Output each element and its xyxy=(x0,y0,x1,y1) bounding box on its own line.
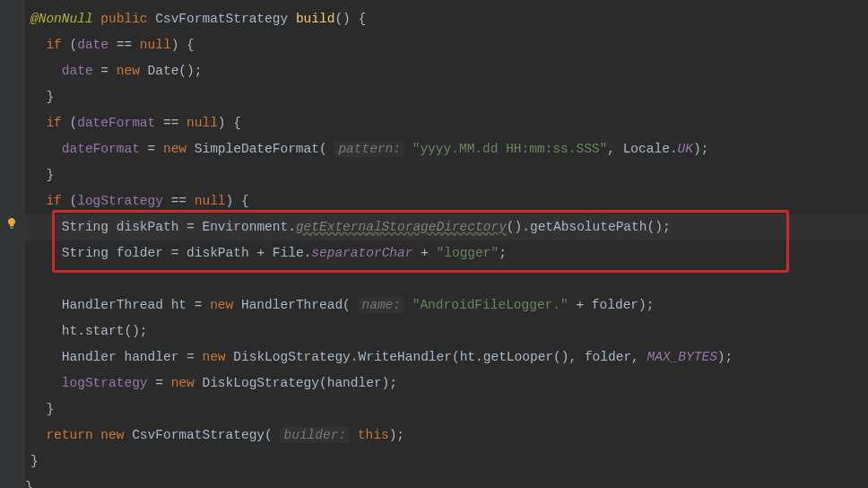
method-token: getAbsolutePath xyxy=(530,220,647,234)
paren-token: ) xyxy=(226,194,234,208)
paren-token: ) xyxy=(218,116,226,130)
brace-token: } xyxy=(46,402,54,416)
semicolon-token: ; xyxy=(396,428,404,442)
paren-token: () xyxy=(124,324,139,338)
var-token: folder xyxy=(117,246,163,260)
paren-token: ) xyxy=(717,350,725,364)
type-token: Environment xyxy=(202,220,288,234)
field-token: dateFormat xyxy=(62,142,140,156)
paren-token: ( xyxy=(70,194,78,208)
dot-token: . xyxy=(304,246,312,260)
semicolon-token: ; xyxy=(499,246,507,260)
code-line: String diskPath = Environment.getExterna… xyxy=(25,214,868,240)
keyword-token: return xyxy=(46,428,92,442)
brace-token: } xyxy=(46,168,54,182)
brace-token: { xyxy=(241,194,249,208)
paren-token: ) xyxy=(693,142,701,156)
paren-token: () xyxy=(178,64,194,78)
svg-rect-1 xyxy=(11,228,13,229)
keyword-token: if xyxy=(46,116,61,130)
code-line: ht.start(); xyxy=(25,318,868,344)
param-hint: builder: xyxy=(280,427,350,443)
paren-token: ( xyxy=(70,116,78,130)
operator-token: = xyxy=(163,246,187,260)
operator-token: = xyxy=(178,220,202,234)
type-token: String xyxy=(62,220,108,234)
type-token: HandlerThread xyxy=(62,298,163,312)
dot-token: . xyxy=(77,324,85,338)
operator-token: == xyxy=(108,38,140,52)
code-line: date = new Date(); xyxy=(25,58,868,84)
paren-token: ) xyxy=(171,38,179,52)
comma-token: , xyxy=(631,350,639,364)
code-line: HandlerThread ht = new HandlerThread( na… xyxy=(25,292,868,318)
operator-token: + xyxy=(412,246,436,260)
field-token: date xyxy=(77,38,108,52)
keyword-token: new xyxy=(100,428,124,442)
semicolon-token: ; xyxy=(389,376,397,390)
var-token: diskPath xyxy=(187,246,249,260)
constant-token: UK xyxy=(678,142,693,156)
dot-token: . xyxy=(351,350,359,364)
paren-token: ( xyxy=(343,298,351,312)
semicolon-token: ; xyxy=(701,142,709,156)
paren-token: ( xyxy=(265,428,273,442)
brace-token: } xyxy=(46,90,54,104)
field-token: date xyxy=(62,64,93,78)
keyword-token: new xyxy=(163,142,187,156)
operator-token: + xyxy=(569,298,592,312)
operator-token: = xyxy=(148,376,171,390)
brace-token: { xyxy=(359,12,367,26)
code-line: logStrategy = new DiskLogStrategy(handle… xyxy=(25,370,868,396)
code-line: } xyxy=(25,449,868,475)
keyword-token: this xyxy=(358,428,389,442)
keyword-token: public xyxy=(100,12,147,26)
code-line: String folder = diskPath + File.separato… xyxy=(25,240,868,266)
code-line: dateFormat = new SimpleDateFormat( patte… xyxy=(25,136,868,162)
type-token: CsvFormatStrategy xyxy=(132,428,265,442)
type-token: CsvFormatStrategy xyxy=(155,12,288,26)
semicolon-token: ; xyxy=(195,64,203,78)
dot-token: . xyxy=(288,220,296,234)
keyword-token: new xyxy=(171,376,195,390)
code-line-empty xyxy=(25,266,868,292)
keyword-token: if xyxy=(46,194,61,208)
keyword-token: new xyxy=(117,64,140,78)
semicolon-token: ; xyxy=(647,298,655,312)
type-token: Locale xyxy=(623,142,670,156)
paren-token: () xyxy=(553,350,569,364)
code-line: return new CsvFormatStrategy( builder: t… xyxy=(25,423,868,449)
code-editor[interactable]: @NonNull public CsvFormatStrategy build(… xyxy=(25,0,868,488)
brace-token: { xyxy=(233,116,241,130)
code-line: } xyxy=(25,162,868,188)
type-token: HandlerThread xyxy=(241,298,343,312)
brace-token: { xyxy=(187,38,195,52)
type-token: DiskLogStrategy xyxy=(202,376,319,390)
paren-token: ( xyxy=(319,142,327,156)
paren-token: ( xyxy=(452,350,460,364)
field-token: logStrategy xyxy=(62,376,148,390)
type-token: Date xyxy=(148,64,179,78)
type-token: SimpleDateFormat xyxy=(195,142,319,156)
paren-token: ( xyxy=(70,38,78,52)
constant-token: MAX_BYTES xyxy=(647,350,717,364)
var-token: handler xyxy=(327,376,382,390)
paren-token: () xyxy=(334,12,350,26)
type-token: File xyxy=(273,246,304,260)
code-line: } xyxy=(25,396,868,423)
operator-token: = xyxy=(93,64,117,78)
paren-token: ) xyxy=(382,376,390,390)
semicolon-token: ; xyxy=(663,220,671,234)
dot-token: . xyxy=(522,220,530,234)
method-token: getLooper xyxy=(483,350,553,364)
paren-token: () xyxy=(507,220,522,234)
method-token: build xyxy=(296,12,335,26)
lightbulb-icon[interactable] xyxy=(5,214,18,226)
operator-token: == xyxy=(155,116,187,130)
field-token: dateFormat xyxy=(77,116,155,130)
comma-token: , xyxy=(569,350,577,364)
operator-token: == xyxy=(163,194,195,208)
string-token: "AndroidFileLogger." xyxy=(412,298,569,312)
static-field-token: separatorChar xyxy=(311,246,412,260)
type-token: WriteHandler xyxy=(359,350,452,364)
